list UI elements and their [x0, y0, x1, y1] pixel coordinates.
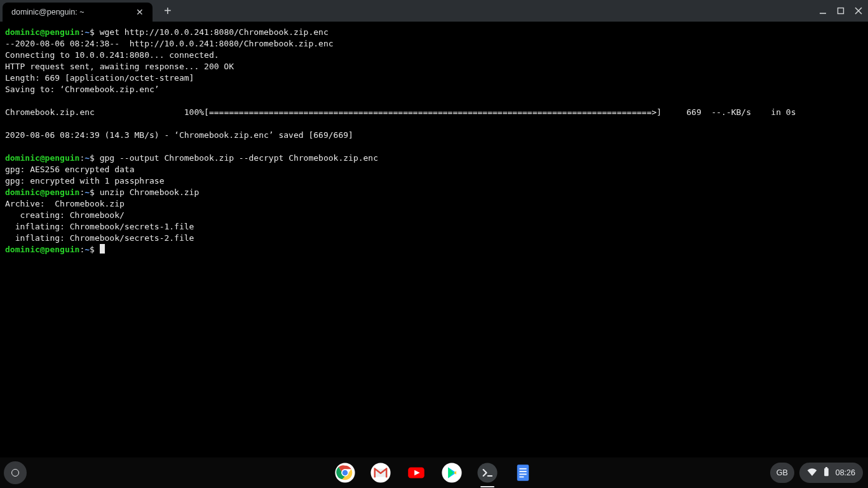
svg-rect-13 — [517, 464, 529, 481]
status-tray: GB 08:26 — [770, 463, 863, 483]
tab-title: dominic@penguin: ~ — [11, 8, 85, 17]
youtube-app-icon[interactable] — [405, 462, 427, 484]
wget-progress-tail: >] 669 --.-KB/s in 0s — [651, 107, 796, 117]
battery-icon — [824, 467, 829, 478]
svg-rect-16 — [519, 473, 526, 475]
unzip-out-1: Archive: Chromebook.zip — [5, 199, 125, 208]
prompt-sigil: $ — [90, 27, 95, 37]
new-tab-button[interactable]: + — [164, 4, 172, 17]
wifi-icon — [807, 468, 817, 478]
close-window-button[interactable] — [854, 6, 863, 15]
gpg-out-2: gpg: encrypted with 1 passphrase — [5, 176, 164, 186]
prompt-sigil: $ — [90, 153, 95, 163]
cmd-unzip: unzip Chromebook.zip — [100, 187, 200, 197]
svg-rect-19 — [825, 467, 827, 468]
prompt-user: dominic@penguin — [5, 27, 79, 37]
prompt-user: dominic@penguin — [5, 245, 79, 254]
unzip-out-3: inflating: Chromebook/secrets-1.file — [5, 222, 194, 231]
svg-rect-14 — [519, 468, 526, 470]
unzip-out-2: creating: Chromebook/ — [5, 210, 125, 220]
terminal-app-icon[interactable] — [477, 462, 498, 484]
window-controls — [818, 0, 863, 22]
prompt-path: ~ — [85, 187, 90, 197]
clock-label: 08:26 — [836, 468, 855, 477]
play-store-app-icon[interactable] — [441, 462, 463, 484]
launcher-icon — [11, 469, 19, 477]
system-tray[interactable]: 08:26 — [799, 463, 863, 483]
svg-rect-1 — [838, 8, 844, 14]
ime-indicator[interactable]: GB — [770, 463, 794, 483]
svg-rect-15 — [519, 471, 526, 472]
prompt-user: dominic@penguin — [5, 153, 79, 163]
terminal-pane[interactable]: dominic@penguin:~$ wget http://10.0.0.24… — [0, 22, 868, 458]
prompt-sigil: $ — [90, 245, 95, 254]
wget-out-5: Saving to: ‘Chromebook.zip.enc’ — [5, 85, 159, 94]
locale-label: GB — [776, 468, 788, 477]
close-tab-button[interactable]: ✕ — [133, 6, 146, 18]
svg-point-11 — [477, 463, 497, 482]
svg-rect-18 — [824, 468, 829, 477]
prompt-sigil: $ — [90, 187, 95, 197]
wget-out-3: HTTP request sent, awaiting response... … — [5, 62, 234, 71]
wget-out-4: Length: 669 [application/octet-stream] — [5, 73, 194, 83]
wget-out-2: Connecting to 10.0.0.241:8080... connect… — [5, 50, 219, 60]
svg-rect-17 — [519, 477, 524, 478]
terminal-cursor — [100, 244, 105, 254]
docs-app-icon[interactable] — [512, 462, 534, 484]
window-titlebar: dominic@penguin: ~ ✕ + — [0, 0, 868, 22]
wget-progress-name: Chromebook.zip.enc 100%[ — [5, 107, 209, 117]
unzip-out-4: inflating: Chromebook/secrets-2.file — [5, 233, 194, 243]
prompt-path: ~ — [85, 245, 90, 254]
gmail-app-icon[interactable] — [370, 462, 391, 484]
terminal-tab[interactable]: dominic@penguin: ~ ✕ — [3, 3, 153, 22]
wget-progress-bar: ========================================… — [209, 107, 652, 117]
launcher-button[interactable] — [4, 461, 27, 484]
prompt-user: dominic@penguin — [5, 187, 79, 197]
shelf-apps — [334, 462, 534, 484]
cmd-gpg: gpg --output Chromebook.zip --decrypt Ch… — [100, 153, 378, 163]
wget-out-1: --2020-08-06 08:24:38-- http://10.0.0.24… — [5, 39, 334, 48]
chrome-app-icon[interactable] — [334, 462, 356, 484]
shelf: GB 08:26 — [0, 458, 868, 488]
maximize-button[interactable] — [836, 6, 845, 15]
wget-out-7: 2020-08-06 08:24:39 (14.3 MB/s) - ‘Chrom… — [5, 130, 353, 140]
prompt-path: ~ — [85, 27, 90, 37]
cmd-wget: wget http://10.0.0.241:8080/Chromebook.z… — [100, 27, 329, 37]
gpg-out-1: gpg: AES256 encrypted data — [5, 165, 135, 174]
prompt-path: ~ — [85, 153, 90, 163]
minimize-button[interactable] — [818, 6, 827, 15]
